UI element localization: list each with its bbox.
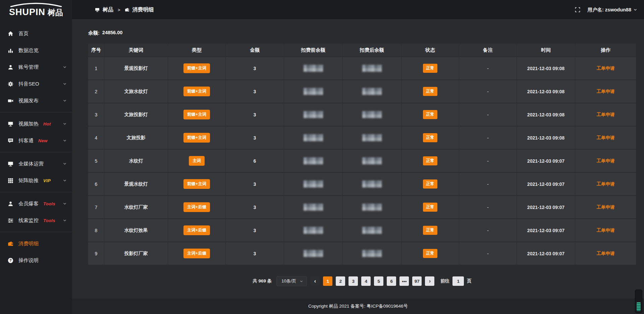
cell-amount: 3 xyxy=(226,126,284,150)
cell-time: 2021-12-03 09:07 xyxy=(517,150,575,173)
redacted-balance-before xyxy=(304,111,323,118)
grid-icon xyxy=(8,178,13,184)
main-content: 余额: 24856.00 序号 关键词 类型 金额 扣费前余额 扣费后余额 状态… xyxy=(72,30,644,286)
sidebar-item-member-burst[interactable]: 会员爆客 Tools xyxy=(0,195,72,212)
ticket-request-link[interactable]: 工单申请 xyxy=(597,227,615,233)
col-header-amount: 金额 xyxy=(226,44,284,57)
logo-cn-text: 树品 xyxy=(48,7,63,18)
page-button-5[interactable]: 5 xyxy=(374,276,383,286)
wallet-icon xyxy=(125,7,129,12)
sidebar-item-video-heat[interactable]: 视频加热 Hot xyxy=(0,115,72,132)
page-button-1[interactable]: 1 xyxy=(323,276,332,286)
sidebar-item-douyin-seo[interactable]: 抖音SEO xyxy=(0,75,72,92)
redacted-balance-before xyxy=(304,134,323,141)
status-badge: 正常 xyxy=(423,226,437,235)
redacted-balance-before xyxy=(304,204,323,211)
cell-index: 7 xyxy=(88,196,104,219)
next-page-button[interactable]: › xyxy=(425,276,434,286)
balance: 余额: 24856.00 xyxy=(88,30,636,36)
sidebar-item-doukertong[interactable]: 抖客通 New xyxy=(0,132,72,149)
redacted-balance-before xyxy=(304,88,323,95)
sidebar-item-media-operation[interactable]: 全媒体运营 xyxy=(0,155,72,172)
sidebar-item-operation-guide[interactable]: ? 操作说明 xyxy=(0,252,72,269)
gear-icon xyxy=(8,81,13,87)
logo-arc xyxy=(8,3,64,7)
ticket-request-link[interactable]: 工单申请 xyxy=(597,112,615,118)
redacted-balance-before xyxy=(304,65,323,72)
page-button-97[interactable]: 97 xyxy=(412,276,422,286)
table-header-row: 序号 关键词 类型 金额 扣费前余额 扣费后余额 状态 备注 时间 操作 xyxy=(88,44,636,57)
status-badge: 正常 xyxy=(423,64,437,73)
cell-status: 正常 xyxy=(401,80,459,103)
cell-keyword: 水纹灯 xyxy=(104,150,168,173)
sidebar-item-lead-monitor[interactable]: 线索监控 Tools xyxy=(0,212,72,229)
cell-action: 工单申请 xyxy=(575,196,636,219)
page-size-select[interactable]: 10条/页 xyxy=(276,276,307,286)
ticket-request-link[interactable]: 工单申请 xyxy=(597,65,615,71)
sidebar-item-matrix-boost[interactable]: 矩阵助推 VIP xyxy=(0,172,72,189)
page-button-2[interactable]: 2 xyxy=(336,276,345,286)
sidebar-item-consumption-detail[interactable]: 消费明细 xyxy=(0,235,72,252)
cell-note: - xyxy=(459,242,517,265)
sidebar-item-label: 数据总览 xyxy=(18,47,39,54)
scrollbar-widget[interactable] xyxy=(635,290,642,313)
cell-index: 1 xyxy=(88,57,104,80)
ticket-request-link[interactable]: 工单申请 xyxy=(597,158,615,164)
page-size-value: 10条/页 xyxy=(281,278,296,284)
goto-page: 前往 页 xyxy=(440,276,472,286)
cell-time: 2021-12-03 09:07 xyxy=(517,173,575,196)
cell-time: 2021-12-03 09:07 xyxy=(517,196,575,219)
chat-icon xyxy=(8,138,13,144)
ticket-request-link[interactable]: 工单申请 xyxy=(597,251,615,257)
cell-time: 2021-12-03 09:08 xyxy=(517,80,575,103)
cell-time: 2021-12-03 09:07 xyxy=(517,219,575,242)
goto-page-input[interactable] xyxy=(452,276,464,286)
ticket-request-link[interactable]: 工单申请 xyxy=(597,135,615,141)
redacted-balance-after xyxy=(362,111,382,118)
cell-action: 工单申请 xyxy=(575,150,636,173)
sidebar-item-label: 消费明细 xyxy=(18,241,39,247)
scrollbar-thumb xyxy=(637,302,641,311)
table-row: 3 文旅投影灯 前缀+主词 3 正常 - 2021-12-03 09:08 工单… xyxy=(88,103,636,126)
topbar: 树品 > 消费明细 用户名: zswodun88 xyxy=(72,0,644,20)
ticket-request-link[interactable]: 工单申请 xyxy=(597,89,615,95)
fullscreen-icon[interactable] xyxy=(575,7,580,12)
cell-balance-after xyxy=(342,219,401,242)
page-button-more[interactable]: ••• xyxy=(399,276,409,286)
consumption-table: 序号 关键词 类型 金额 扣费前余额 扣费后余额 状态 备注 时间 操作 1 景… xyxy=(88,44,636,265)
goto-label: 前往 xyxy=(440,278,449,284)
page-button-4[interactable]: 4 xyxy=(361,276,371,286)
cell-index: 9 xyxy=(88,242,104,265)
user-menu[interactable]: 用户名: zswodun88 xyxy=(588,7,638,13)
sidebar-divider xyxy=(0,152,72,152)
page-button-6[interactable]: 6 xyxy=(387,276,396,286)
redacted-balance-after xyxy=(362,227,382,234)
prev-page-button[interactable]: ‹ xyxy=(310,276,320,286)
cell-balance-after xyxy=(342,80,401,103)
copyright-text: Copyright 树品 2021 备案号: 粤ICP备09019646号 xyxy=(308,303,408,309)
col-header-balance-before: 扣费前余额 xyxy=(284,44,342,57)
pagination: 共 969 条 10条/页 ‹ 1 2 3 4 5 6 ••• 97 › 前往 … xyxy=(88,276,636,286)
cell-keyword: 文旅水纹灯 xyxy=(104,80,168,103)
col-header-action: 操作 xyxy=(575,44,636,57)
svg-text:?: ? xyxy=(9,258,12,262)
cell-note: - xyxy=(459,126,517,150)
status-badge: 正常 xyxy=(423,203,437,212)
page-button-3[interactable]: 3 xyxy=(348,276,358,286)
cell-note: - xyxy=(459,196,517,219)
cell-action: 工单申请 xyxy=(575,80,636,103)
breadcrumb-root[interactable]: 树品 xyxy=(103,6,113,13)
cell-note: - xyxy=(459,103,517,126)
sidebar-item-data-overview[interactable]: 数据总览 xyxy=(0,42,72,59)
ticket-request-link[interactable]: 工单申请 xyxy=(597,181,615,187)
chevron-down-icon xyxy=(63,82,67,86)
cell-note: - xyxy=(459,219,517,242)
sidebar-item-home[interactable]: 首页 xyxy=(0,25,72,42)
cell-status: 正常 xyxy=(401,219,459,242)
sidebar-item-account-management[interactable]: 账号管理 xyxy=(0,59,72,75)
cell-type: 主词+后缀 xyxy=(168,219,226,242)
sidebar-item-video-publish[interactable]: 视频发布 xyxy=(0,92,72,109)
cell-note: - xyxy=(459,173,517,196)
status-badge: 正常 xyxy=(423,156,437,165)
ticket-request-link[interactable]: 工单申请 xyxy=(597,204,615,210)
